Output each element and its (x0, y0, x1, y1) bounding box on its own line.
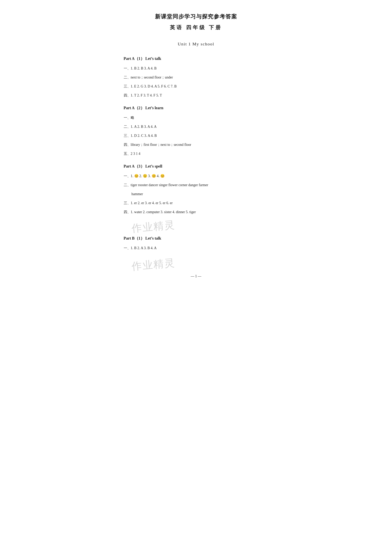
part-heading-partA1: Part A（1） Let’s talk (124, 55, 268, 62)
answer-line-partA2-4: 五、2 3 1 4 (124, 150, 268, 157)
main-title: 新课堂同步学习与探究参考答案 (124, 12, 268, 21)
answer-line-partB1-0: 一、1. B 2. A 3. B 4. A (124, 244, 268, 251)
part-heading-partA2: Part A（2） Let’s learn (124, 104, 268, 111)
part-heading-partA3: Part A（3） Let’s spell (124, 163, 268, 170)
sub-title: 英语 四年级 下册 (124, 23, 268, 32)
page-number: — 1 — (124, 273, 268, 279)
answer-line-partA2-1: 二、1. A 2. B 3. A 4. A (124, 123, 268, 130)
part-heading-partB1: Part B（1） Let’s talk (124, 235, 268, 242)
watermark-bottom: 作业精灵 (132, 255, 268, 267)
answer-line-partA1-3: 四、1. T 2. F 3. T 4. F 5. T (124, 92, 268, 99)
unit-title: Unit 1 My school (124, 40, 268, 48)
answer-line-partA2-3: 四、library；first floor；next to；second flo… (124, 141, 268, 148)
answer-line-partA3-2: hammer (132, 190, 268, 197)
watermark-text-middle: 作业精灵 (131, 216, 176, 238)
answer-line-partA1-0: 一、1. B 2. B 3. A 4. B (124, 65, 268, 72)
answer-line-partA3-3: 三、1. er 2. er 3. er 4. er 5. er 6. er (124, 199, 268, 207)
answer-line-partA2-2: 三、1. D 2. C 3. A 4. B (124, 132, 268, 139)
answer-line-partA3-4: 四、1. water 2. computer 3. sister 4. dinn… (124, 209, 268, 216)
watermark-middle: 作业精灵 (132, 217, 268, 229)
watermark-text-bottom: 作业精灵 (131, 253, 176, 276)
answer-line-partA3-1: 二、tiger rooster dancer singer flower cor… (124, 181, 268, 188)
answer-line-partA1-1: 二、next to；second floor；under (124, 74, 268, 81)
answer-line-partA2-0: 一、略 (124, 114, 268, 121)
answer-line-partA3-0: 一、1. 😊 2. 😟 3. 😊 4. 😊 (124, 173, 268, 180)
sections-container: Part A（1） Let’s talk一、1. B 2. B 3. A 4. … (124, 55, 268, 251)
answer-line-partA1-2: 三、1. E 2. G 3. D 4. A 5. F 6. C 7. B (124, 83, 268, 90)
